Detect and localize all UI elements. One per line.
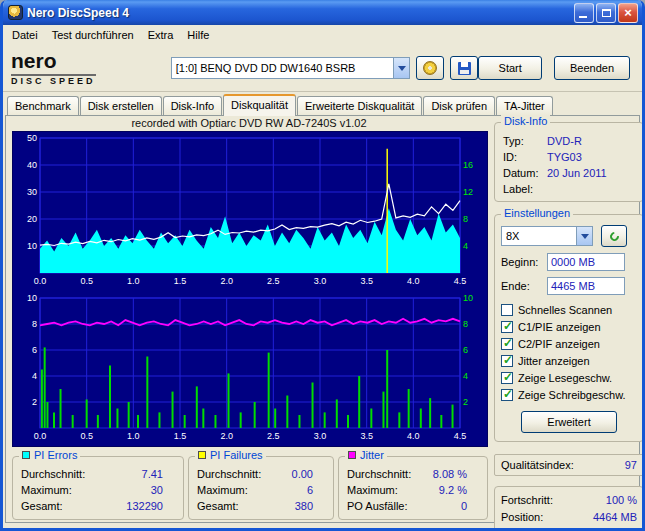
checkbox-box[interactable] [501,338,513,350]
tab-benchmark[interactable]: Benchmark [7,96,79,115]
svg-text:4.5: 4.5 [454,431,467,441]
tab-ta-jitter[interactable]: TA-Jitter [496,96,553,115]
pi-errors-legend: PI Errors [19,449,80,461]
tab-diskqualitaet[interactable]: Diskqualität [223,94,296,116]
save-icon [458,62,471,75]
disk-info-label: Label: [503,181,547,197]
disk-info-value: 20 Jun 2011 [547,165,607,181]
checkbox-c1-pie[interactable]: C1/PIE anzeigen [501,318,637,335]
quality-index-value: 97 [625,459,637,471]
advanced-button[interactable]: Erweitert [521,411,617,433]
save-button[interactable] [450,56,478,80]
titlebar[interactable]: Nero DiscSpeed 4 × [3,0,642,25]
chevron-down-icon[interactable] [576,227,592,245]
checkbox-label: Jitter anzeigen [518,355,590,367]
tab-disk-erstellen[interactable]: Disk erstellen [80,96,162,115]
app-window: Nero DiscSpeed 4 × Datei Test durchführe… [0,0,645,531]
close-button[interactable]: × [618,3,638,23]
diskquality-tab-page: recorded with Optiarc DVD RW AD-7240S v1… [5,115,640,523]
checkbox-schnelles-scannen[interactable]: Schnelles Scannen [501,301,637,318]
checkbox-box[interactable] [501,304,513,316]
svg-text:4: 4 [463,241,468,251]
svg-text:16: 16 [463,160,473,170]
begin-field[interactable]: 0000 MB [547,253,625,271]
svg-text:4.0: 4.0 [407,276,420,286]
svg-text:1.5: 1.5 [174,431,187,441]
disk-info-value: DVD-R [547,133,582,149]
quality-index-panel: Qualitätsindex: 97 [494,454,644,476]
svg-text:6: 6 [32,345,37,355]
checkbox-box[interactable] [501,321,513,333]
checkbox-box[interactable] [501,372,513,384]
svg-text:4: 4 [32,371,37,381]
speed-select[interactable]: 8X [501,226,593,246]
svg-text:0.0: 0.0 [34,431,47,441]
start-button[interactable]: Start [478,56,542,80]
quit-button[interactable]: Beenden [554,56,630,80]
tab-disk-info[interactable]: Disk-Info [163,96,222,115]
stat-label: Gesamt: [21,498,63,514]
drive-select[interactable]: [1:0] BENQ DVD DD DW1640 BSRB [171,57,411,79]
svg-text:1.0: 1.0 [127,276,140,286]
checkbox-box[interactable] [501,389,513,401]
checkbox-c2-pif[interactable]: C2/PIF anzeigen [501,335,637,352]
chevron-down-icon[interactable] [393,58,409,78]
checkbox-label: Zeige Schreibgeschw. [518,389,626,401]
pi-failures-panel: PI Failures Durchschnitt:0.00 Maximum:6 … [188,456,334,520]
refresh-button[interactable] [601,225,627,247]
svg-text:30: 30 [27,187,37,197]
svg-text:4.5: 4.5 [454,276,467,286]
tab-disk-pruefen[interactable]: Disk prüfen [423,96,495,115]
menu-hilfe[interactable]: Hilfe [180,27,216,43]
tab-erweiterte-diskqualitaet[interactable]: Erweiterte Diskqualität [297,96,422,115]
svg-text:10: 10 [463,295,473,303]
maximize-button[interactable] [596,3,616,23]
svg-text:4: 4 [463,371,468,381]
stat-value: 6 [307,482,313,498]
progress-label: Fortschritt: [501,492,553,509]
menu-extra[interactable]: Extra [141,27,181,43]
svg-text:2: 2 [32,397,37,407]
svg-text:0.0: 0.0 [34,276,47,286]
checkbox-lesegeschw[interactable]: Zeige Lesegeschw. [501,369,637,386]
checkbox-label: C2/PIF anzeigen [518,338,600,350]
svg-text:2.0: 2.0 [220,431,233,441]
stat-value: 7.41 [142,466,163,482]
eject-button[interactable] [416,56,444,80]
menu-datei[interactable]: Datei [5,27,45,43]
pi-errors-panel: PI Errors Durchschnitt:7.41 Maximum:30 G… [12,456,184,520]
svg-text:0.5: 0.5 [80,431,93,441]
stat-value: 0 [461,498,467,514]
menu-test-durchfuehren[interactable]: Test durchführen [45,27,141,43]
disk-info-value: TYG03 [547,149,582,165]
stat-label: Maximum: [197,482,248,498]
pi-failures-legend: PI Failures [195,449,266,461]
svg-text:1.5: 1.5 [174,276,187,286]
stat-value: 0.00 [292,466,313,482]
jitter-title: Jitter [360,449,384,461]
speed-select-value: 8X [502,230,576,242]
checkbox-box[interactable] [501,355,513,367]
checkbox-label: Zeige Lesegeschw. [518,372,612,384]
jitter-color-swatch [348,451,356,459]
quality-index-label: Qualitätsindex: [501,459,574,471]
end-field[interactable]: 4465 MB [547,277,625,295]
stat-label: Durchschnitt: [347,466,411,482]
checkbox-jitter[interactable]: Jitter anzeigen [501,352,637,369]
jitter-panel: Jitter Durchschnitt:8.08 % Maximum:9.2 %… [338,456,488,520]
svg-text:2.5: 2.5 [267,276,280,286]
svg-text:0.5: 0.5 [80,276,93,286]
end-label: Ende: [501,280,547,292]
settings-title: Einstellungen [501,207,573,219]
stats-row: PI Errors Durchschnitt:7.41 Maximum:30 G… [12,456,488,520]
svg-text:3.0: 3.0 [314,431,327,441]
disk-info-title: Disk-Info [501,115,550,127]
checkbox-schreibgeschw[interactable]: Zeige Schreibgeschw. [501,386,637,403]
stat-label: Maximum: [347,482,398,498]
svg-text:2.0: 2.0 [220,276,233,286]
svg-text:10: 10 [27,241,37,251]
svg-text:3.0: 3.0 [314,276,327,286]
minimize-button[interactable] [574,3,594,23]
tab-strip: Benchmark Disk erstellen Disk-Info Diskq… [3,92,642,115]
toolbar: nero DISC SPEED [1:0] BENQ DVD DD DW1640… [3,45,642,92]
